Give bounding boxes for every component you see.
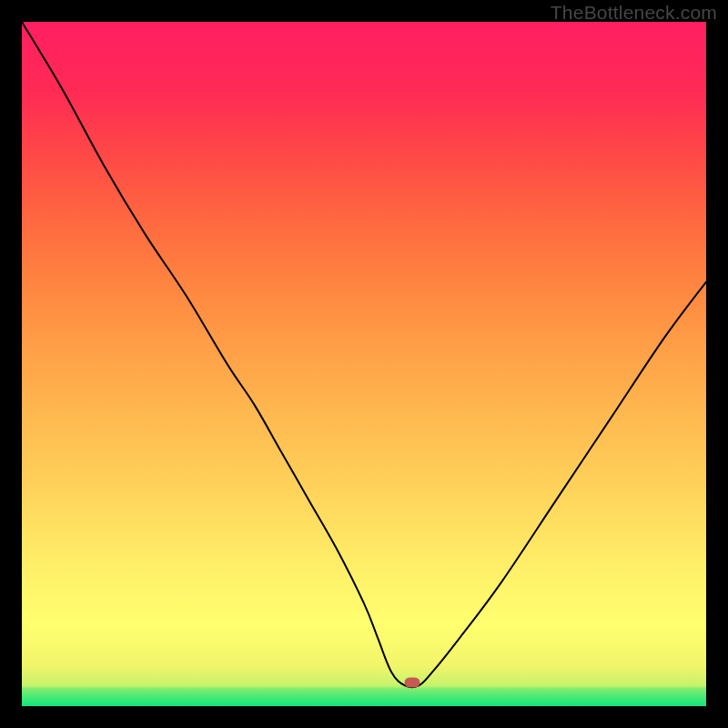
bottleneck-curve — [22, 22, 706, 687]
chart-frame: TheBottleneck.com — [0, 0, 728, 728]
watermark-text: TheBottleneck.com — [551, 2, 717, 24]
optimal-point-marker — [404, 677, 420, 687]
plot-area — [22, 22, 706, 706]
curve-svg — [22, 22, 706, 706]
